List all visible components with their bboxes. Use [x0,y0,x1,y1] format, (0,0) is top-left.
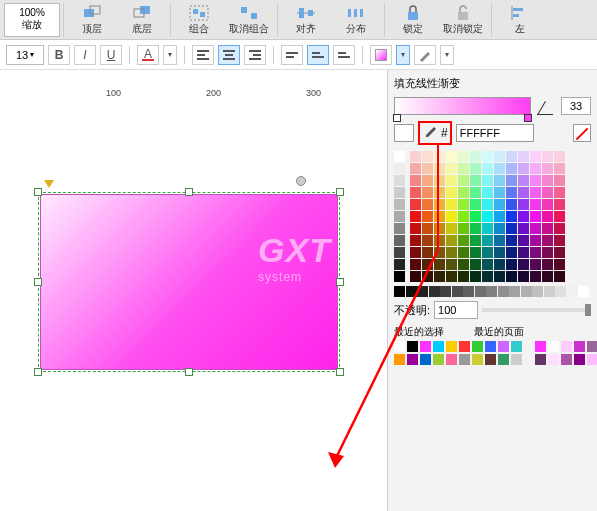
color-swatch[interactable] [434,211,445,222]
color-swatch[interactable] [458,163,469,174]
color-swatch[interactable] [530,151,541,162]
color-swatch[interactable] [518,175,529,186]
color-swatch[interactable] [530,271,541,282]
color-swatch[interactable] [530,235,541,246]
bold-button[interactable]: B [48,45,70,65]
color-swatch[interactable] [434,199,445,210]
color-swatch[interactable] [458,247,469,258]
color-swatch[interactable] [422,187,433,198]
text-color-button[interactable]: A [137,45,159,65]
color-swatch[interactable] [422,175,433,186]
color-swatch[interactable] [542,163,553,174]
color-swatch[interactable] [410,247,421,258]
color-swatch[interactable] [446,341,457,352]
color-swatch[interactable] [482,259,493,270]
color-swatch[interactable] [542,247,553,258]
color-swatch[interactable] [422,223,433,234]
color-swatch[interactable] [410,271,421,282]
text-color-dropdown[interactable]: ▾ [163,45,177,65]
color-swatch[interactable] [420,341,431,352]
color-swatch[interactable] [494,163,505,174]
color-swatch[interactable] [458,151,469,162]
color-swatch[interactable] [561,354,572,365]
valign-middle-button[interactable] [307,45,329,65]
resize-handle-e[interactable] [336,278,344,286]
color-swatch[interactable] [410,151,421,162]
color-swatch[interactable] [470,259,481,270]
no-color-button[interactable] [573,124,591,142]
color-swatch[interactable] [506,163,517,174]
color-swatch[interactable] [554,259,565,270]
color-swatch[interactable] [434,235,445,246]
color-swatch[interactable] [518,187,529,198]
color-swatch[interactable] [482,163,493,174]
color-swatch[interactable] [494,199,505,210]
color-swatch[interactable] [422,259,433,270]
color-swatch[interactable] [422,211,433,222]
color-swatch[interactable] [494,235,505,246]
color-swatch[interactable] [506,259,517,270]
color-swatch[interactable] [506,235,517,246]
color-swatch[interactable] [554,187,565,198]
color-swatch[interactable] [506,223,517,234]
color-swatch[interactable] [434,187,445,198]
color-swatch[interactable] [511,354,522,365]
align-center-text-button[interactable] [218,45,240,65]
color-swatch[interactable] [530,223,541,234]
color-swatch[interactable] [518,247,529,258]
color-swatch[interactable] [535,341,546,352]
gradient-rectangle[interactable]: GXTsystem [40,194,338,370]
color-swatch[interactable] [482,187,493,198]
color-swatch[interactable] [434,151,445,162]
color-swatch[interactable] [521,286,532,297]
fill-color-dropdown[interactable]: ▾ [396,45,410,65]
color-swatch[interactable] [470,163,481,174]
color-swatch[interactable] [506,199,517,210]
color-swatch[interactable] [394,223,405,234]
color-swatch[interactable] [494,211,505,222]
color-swatch[interactable] [410,235,421,246]
color-swatch[interactable] [554,235,565,246]
color-swatch[interactable] [446,259,457,270]
color-swatch[interactable] [511,341,522,352]
color-swatch[interactable] [394,341,405,352]
angle-input[interactable]: 33 [561,97,591,115]
selected-shape[interactable]: GXTsystem [38,192,340,372]
color-swatch[interactable] [518,151,529,162]
color-swatch[interactable] [446,211,457,222]
line-color-button[interactable] [414,45,436,65]
ungroup-button[interactable]: 取消组合 [224,2,274,38]
fill-color-button[interactable] [370,45,392,65]
color-swatch[interactable] [530,187,541,198]
unlock-button[interactable]: 取消锁定 [438,2,488,38]
color-swatch[interactable] [542,199,553,210]
color-swatch[interactable] [446,163,457,174]
color-swatch[interactable] [506,151,517,162]
color-swatch[interactable] [506,187,517,198]
color-swatch[interactable] [530,247,541,258]
color-swatch[interactable] [482,223,493,234]
color-swatch[interactable] [429,286,440,297]
color-swatch[interactable] [394,286,405,297]
color-swatch[interactable] [506,175,517,186]
color-swatch[interactable] [470,199,481,210]
color-swatch[interactable] [494,259,505,270]
color-swatch[interactable] [470,235,481,246]
color-swatch[interactable] [433,354,444,365]
color-swatch[interactable] [410,199,421,210]
color-swatch[interactable] [470,223,481,234]
color-swatch[interactable] [574,354,585,365]
color-swatch[interactable] [446,175,457,186]
color-swatch[interactable] [530,211,541,222]
color-swatch[interactable] [422,271,433,282]
font-size-combo[interactable]: 13▾ [6,45,44,65]
color-swatch[interactable] [446,223,457,234]
color-swatch[interactable] [554,211,565,222]
color-swatch[interactable] [498,354,509,365]
underline-button[interactable]: U [100,45,122,65]
resize-handle-se[interactable] [336,368,344,376]
color-swatch[interactable] [475,286,486,297]
color-swatch[interactable] [542,175,553,186]
color-swatch[interactable] [458,223,469,234]
color-swatch[interactable] [509,286,520,297]
